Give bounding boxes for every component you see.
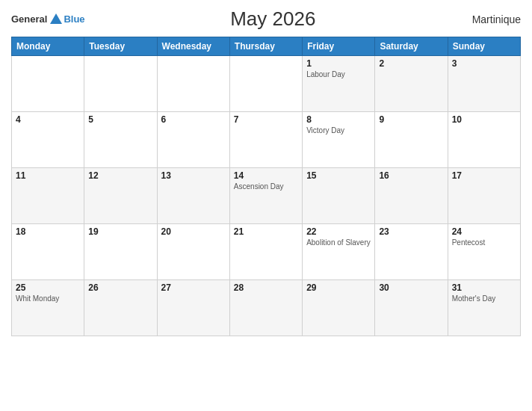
table-row: 14Ascension Day [229,168,302,224]
table-row: 10 [448,112,520,168]
calendar-table: Monday Tuesday Wednesday Thursday Friday… [11,37,521,336]
logo-blue: Blue [64,13,84,25]
logo-general: General [11,13,47,25]
day-event: Ascension Day [234,182,298,191]
header: General Blue May 2026 Martinique [11,7,521,31]
day-event: Victory Day [306,126,371,135]
day-number: 28 [234,282,298,293]
table-row: 7 [229,112,302,168]
table-row: 20 [157,224,229,280]
table-row: 25Whit Monday [12,280,84,336]
table-row [229,56,302,112]
day-number: 19 [88,226,152,237]
table-row [157,56,229,112]
day-number: 9 [379,114,443,125]
table-row: 9 [375,112,448,168]
table-row: 15 [303,168,375,224]
day-number: 16 [379,170,443,181]
day-number: 18 [16,226,80,237]
table-row [84,56,157,112]
col-friday: Friday [303,37,375,56]
day-number: 27 [161,282,226,293]
day-number: 11 [16,170,80,181]
page: General Blue May 2026 Martinique Monday … [0,0,532,411]
table-row: 23 [375,224,448,280]
table-row: 30 [375,280,448,336]
table-row: 5 [84,112,157,168]
col-wednesday: Wednesday [157,37,229,56]
table-row: 21 [229,224,302,280]
page-title: May 2026 [85,7,461,31]
calendar-row: 11121314Ascension Day151617 [12,168,521,224]
table-row: 26 [84,280,157,336]
table-row: 1Labour Day [303,56,375,112]
day-number: 25 [16,282,80,293]
table-row: 22Abolition of Slavery [303,224,375,280]
day-number: 5 [88,114,152,125]
col-tuesday: Tuesday [84,37,157,56]
calendar-row: 1819202122Abolition of Slavery2324Pentec… [12,224,521,280]
table-row: 11 [12,168,84,224]
day-event: Labour Day [306,69,371,79]
table-row: 18 [12,224,84,280]
day-number: 30 [379,282,443,293]
table-row: 24Pentecost [448,224,520,280]
table-row: 17 [448,168,520,224]
table-row: 28 [229,280,302,336]
region-label: Martinique [461,13,521,25]
day-number: 10 [452,114,516,125]
table-row [12,56,84,112]
calendar-row: 25Whit Monday262728293031Mother's Day [12,280,521,336]
day-number: 8 [306,114,371,125]
table-row: 16 [375,168,448,224]
day-event: Whit Monday [16,294,80,303]
table-row: 27 [157,280,229,336]
day-event: Mother's Day [452,294,516,303]
table-row: 29 [303,280,375,336]
table-row: 13 [157,168,229,224]
table-row: 8Victory Day [303,112,375,168]
col-sunday: Sunday [448,37,520,56]
day-number: 29 [306,282,371,293]
day-number: 4 [16,114,80,125]
day-event: Pentecost [452,238,516,247]
col-thursday: Thursday [229,37,302,56]
col-saturday: Saturday [375,37,448,56]
day-number: 15 [306,170,371,181]
day-number: 31 [452,282,516,293]
logo: General Blue [11,13,85,25]
day-number: 26 [88,282,152,293]
day-number: 3 [452,58,516,69]
calendar-header-row: Monday Tuesday Wednesday Thursday Friday… [12,37,521,56]
day-number: 1 [306,58,371,69]
day-number: 7 [234,114,298,125]
day-number: 24 [452,226,516,237]
table-row: 6 [157,112,229,168]
table-row: 4 [12,112,84,168]
day-number: 14 [234,170,298,181]
table-row: 12 [84,168,157,224]
col-monday: Monday [12,37,84,56]
table-row: 31Mother's Day [448,280,520,336]
table-row: 19 [84,224,157,280]
day-number: 17 [452,170,516,181]
day-number: 22 [306,226,371,237]
day-number: 6 [161,114,226,125]
day-number: 12 [88,170,152,181]
table-row: 2 [375,56,448,112]
day-number: 23 [379,226,443,237]
calendar-row: 45678Victory Day910 [12,112,521,168]
logo-triangle-icon [50,13,62,24]
day-number: 20 [161,226,226,237]
day-event: Abolition of Slavery [306,238,371,247]
calendar-row: 1Labour Day23 [12,56,521,112]
day-number: 13 [161,170,226,181]
table-row: 3 [448,56,520,112]
day-number: 2 [379,58,443,69]
day-number: 21 [234,226,298,237]
